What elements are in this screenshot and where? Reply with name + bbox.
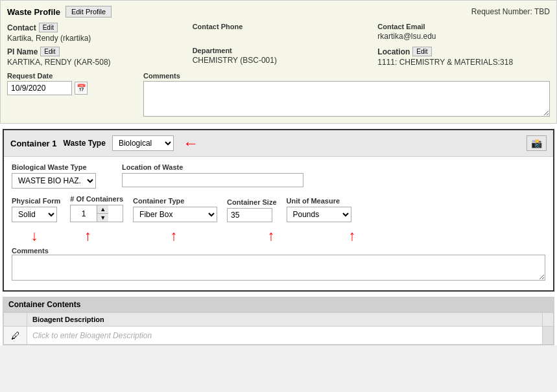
location-of-waste-section: Location of Waste — [122, 163, 545, 189]
pi-name-label: PI Name Edit — [7, 47, 180, 56]
wp-fields: Contact Edit Kartika, Rendy (rkartika) C… — [7, 23, 550, 67]
title-bar: Waste Profile Edit Profile Request Numbe… — [7, 6, 550, 17]
department-group: Department CHEMISTRY (BSC-001) — [193, 47, 365, 67]
arrows-row: ↓ ↑ ↑ ↑ ↑ — [12, 227, 545, 244]
edit-profile-button[interactable]: Edit Profile — [65, 6, 112, 17]
location-of-waste-label: Location of Waste — [122, 163, 545, 171]
container-body: Biological Waste Type WASTE BIO HAZ... L… — [4, 157, 553, 290]
pi-name-value: KARTIKA, RENDY (KAR-508) — [7, 58, 180, 67]
request-date-group: Request Date 📅 — [7, 72, 137, 117]
container-size-label: Container Size — [227, 198, 276, 206]
comments-top-label: Comments — [143, 72, 550, 80]
date-input-row: 📅 — [7, 81, 137, 95]
form-fields-row: Physical Form Solid Liquid Gas # Of Cont… — [12, 195, 545, 222]
calendar-icon[interactable]: 📅 — [75, 82, 88, 95]
arrow-container-size: ↑ — [229, 227, 313, 244]
contact-email-value: rkartika@lsu.edu — [377, 32, 550, 41]
container-type-label: Container Type — [133, 197, 217, 205]
location-group: Location Edit 1111: CHEMISTRY & MATERIAL… — [377, 47, 550, 67]
contact-phone-group: Contact Phone — [193, 23, 365, 43]
contact-value: Kartika, Rendy (rkartika) — [7, 34, 180, 43]
contact-group: Contact Edit Kartika, Rendy (rkartika) — [7, 23, 180, 43]
location-edit-button[interactable]: Edit — [412, 47, 431, 56]
table-row: 🖊 Click to enter Bioagent Description — [4, 327, 554, 345]
num-containers-field: # Of Containers ▲ ▼ — [70, 195, 123, 222]
location-of-waste-input[interactable] — [122, 173, 303, 187]
arrow-container-type-icon: ↑ — [171, 227, 178, 244]
physical-form-select[interactable]: Solid Liquid Gas — [12, 207, 57, 222]
container-comments-label: Comments — [12, 247, 545, 255]
unit-of-measure-field: Unit of Measure Pounds Gallons Liters Ki… — [287, 197, 351, 222]
bioagent-placeholder: Click to enter Bioagent Description — [32, 331, 152, 340]
location-label: Location Edit — [377, 47, 550, 56]
camera-icon-button[interactable]: 📸 — [527, 135, 547, 151]
wp-bottom-row: Request Date 📅 Comments — [7, 72, 550, 117]
waste-type-label: Waste Type — [64, 139, 106, 148]
container-comments-row: Comments — [12, 247, 545, 282]
container-header: Container 1 Waste Type Biological Chemic… — [4, 130, 553, 157]
container-size-input[interactable] — [227, 208, 272, 222]
waste-profile-section: Waste Profile Edit Profile Request Numbe… — [0, 0, 557, 124]
arrow-comments-icon: ↓ — [31, 227, 38, 244]
location-value: 1111: CHEMISTRY & MATERIALS:318 — [377, 58, 550, 67]
unit-of-measure-select[interactable]: Pounds Gallons Liters Kilograms — [287, 207, 351, 222]
arrow-comments: ↓ — [12, 227, 57, 244]
num-containers-input[interactable] — [71, 207, 97, 220]
col-scrollbar — [543, 313, 554, 327]
pi-name-edit-button[interactable]: Edit — [40, 47, 59, 56]
arrow-num-containers-icon: ↑ — [84, 227, 91, 244]
spinner-buttons: ▲ ▼ — [97, 205, 108, 222]
unit-of-measure-label: Unit of Measure — [287, 197, 351, 205]
contact-email-group: Contact Email rkartika@lsu.edu — [377, 23, 550, 43]
bio-waste-type-section: Biological Waste Type WASTE BIO HAZ... — [12, 163, 115, 189]
pi-name-group: PI Name Edit KARTIKA, RENDY (KAR-508) — [7, 47, 180, 67]
page-container: Waste Profile Edit Profile Request Numbe… — [0, 0, 557, 345]
contents-table: Bioagent Description 🖊 Click to enter Bi… — [3, 312, 554, 345]
department-value: CHEMISTRY (BSC-001) — [193, 56, 365, 65]
num-containers-wrapper: ▲ ▼ — [70, 205, 123, 222]
comments-top-group: Comments — [143, 72, 550, 117]
edit-row-icon: 🖊 — [11, 330, 20, 341]
row-icon-cell: 🖊 — [4, 327, 27, 345]
contact-label: Contact Edit — [7, 23, 180, 32]
arrow-container-type: ↑ — [119, 227, 229, 244]
num-containers-label: # Of Containers — [70, 195, 123, 203]
arrow-unit-measure: ↑ — [313, 227, 391, 244]
container-type-field: Container Type Fiber Box Bag Bottle Box … — [133, 197, 217, 222]
container-comments-textarea[interactable] — [12, 255, 545, 281]
department-label: Department — [193, 47, 365, 54]
contact-phone-label: Contact Phone — [193, 23, 365, 30]
waste-type-select[interactable]: Biological Chemical Radioactive Universa… — [112, 135, 174, 151]
arrow-container-size-icon: ↑ — [268, 227, 275, 244]
bioagent-cell[interactable]: Click to enter Bioagent Description — [27, 327, 543, 345]
bio-waste-type-label: Biological Waste Type — [12, 163, 115, 171]
container-type-select[interactable]: Fiber Box Bag Bottle Box Can Drum — [133, 207, 217, 222]
arrow-num-containers: ↑ — [57, 227, 119, 244]
title-bar-left: Waste Profile Edit Profile — [7, 6, 112, 17]
physical-form-field: Physical Form Solid Liquid Gas — [12, 197, 60, 222]
col-bioagent-header: Bioagent Description — [27, 313, 543, 327]
container-contents-section: Container Contents Bioagent Description … — [3, 297, 554, 345]
contact-email-label: Contact Email — [377, 23, 550, 30]
request-date-input[interactable] — [7, 81, 72, 95]
spinner-up-button[interactable]: ▲ — [97, 205, 108, 214]
request-number: Request Number: TBD — [471, 7, 550, 16]
waste-type-arrow: ← — [183, 134, 198, 152]
spinner-down-button[interactable]: ▼ — [97, 214, 108, 222]
scrollbar-cell — [543, 327, 554, 345]
physical-form-label: Physical Form — [12, 197, 60, 205]
container-section: Container 1 Waste Type Biological Chemic… — [3, 129, 554, 292]
request-date-label: Request Date — [7, 72, 137, 80]
col-icon-header — [4, 313, 27, 327]
arrow-unit-measure-icon: ↑ — [349, 227, 356, 244]
container-contents-header: Container Contents — [3, 297, 554, 312]
container-size-field: Container Size — [227, 198, 276, 222]
bio-waste-type-select[interactable]: WASTE BIO HAZ... — [12, 173, 96, 189]
comments-top-textarea[interactable] — [143, 81, 550, 117]
contact-edit-button[interactable]: Edit — [39, 23, 58, 32]
bio-waste-row: Biological Waste Type WASTE BIO HAZ... L… — [12, 163, 545, 189]
waste-profile-title: Waste Profile — [7, 7, 60, 17]
container-title: Container 1 — [10, 139, 57, 148]
